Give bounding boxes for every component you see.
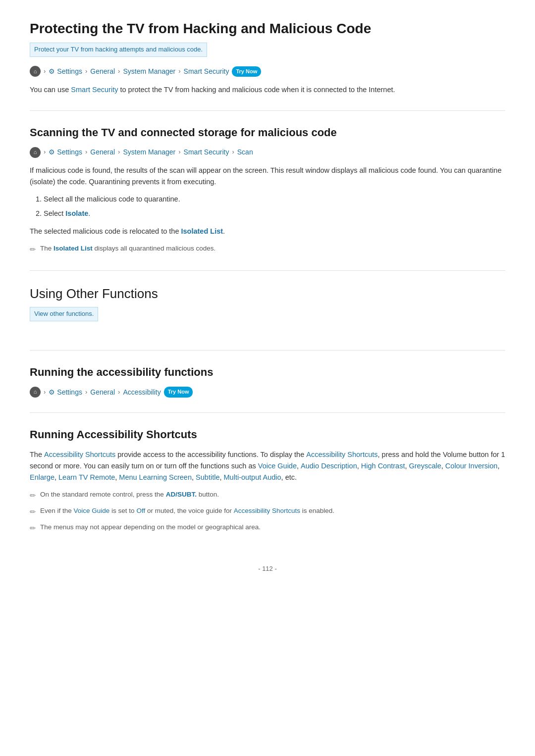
- subsection-accessibility-shortcuts: Running Accessibility Shortcuts The Acce…: [30, 428, 505, 534]
- sep10: ›: [44, 387, 46, 398]
- note-text: The Isolated List displays all quarantin…: [40, 243, 215, 254]
- acc-shortcuts-link-2[interactable]: Accessibility Shortcuts: [306, 451, 377, 458]
- isolated-list-link-note[interactable]: Isolated List: [54, 245, 93, 252]
- try-now-badge-1[interactable]: Try Now: [232, 66, 261, 77]
- section-scan-title: Scanning the TV and connected storage fo…: [30, 126, 505, 140]
- pencil-icon-3: ✏: [30, 506, 36, 518]
- greyscale-link[interactable]: Greyscale: [409, 462, 441, 470]
- scan-step-2: Select Isolate.: [44, 208, 505, 219]
- divider-4: [30, 412, 505, 413]
- sep3: ›: [118, 66, 120, 77]
- home-icon-3[interactable]: ⌂: [30, 387, 41, 398]
- breadcrumb-system-manager[interactable]: System Manager: [123, 66, 175, 77]
- sep6: ›: [85, 147, 87, 157]
- acc-shortcuts-link-1[interactable]: Accessibility Shortcuts: [44, 451, 115, 458]
- section-scanning: Scanning the TV and connected storage fo…: [30, 126, 505, 255]
- breadcrumb-settings-2[interactable]: ⚙ Settings: [49, 147, 82, 157]
- home-icon-2[interactable]: ⌂: [30, 147, 41, 158]
- breadcrumb-smart-security-item[interactable]: Smart Security: [184, 66, 229, 77]
- enlarge-link[interactable]: Enlarge: [30, 473, 54, 481]
- intro-paragraph: You can use Smart Security to protect th…: [30, 84, 505, 96]
- accessibility-shortcuts-title: Running Accessibility Shortcuts: [30, 428, 505, 442]
- isolated-list-link-text[interactable]: Isolated List: [181, 227, 223, 235]
- page-number: - 112 -: [30, 564, 505, 574]
- breadcrumb-scan: ⌂ › ⚙ Settings › General › System Manage…: [30, 147, 505, 157]
- breadcrumb-accessibility-item[interactable]: Accessibility: [123, 387, 160, 398]
- smart-security-link-intro[interactable]: Smart Security: [71, 86, 118, 94]
- colour-inversion-link[interactable]: Colour Inversion: [445, 462, 498, 470]
- subtitle-highlight-box: Protect your TV from hacking attempts an…: [30, 43, 207, 57]
- pencil-icon-4: ✏: [30, 522, 36, 534]
- breadcrumb-general-2[interactable]: General: [90, 147, 115, 157]
- sep7: ›: [118, 147, 120, 157]
- note-voice-guide: ✏ Even if the Voice Guide is set to Off …: [30, 505, 505, 518]
- breadcrumb-scan[interactable]: Scan: [237, 147, 253, 157]
- sep12: ›: [118, 387, 120, 398]
- sep11: ›: [85, 387, 87, 398]
- breadcrumb-general[interactable]: General: [90, 66, 115, 77]
- sep5: ›: [44, 147, 46, 157]
- breadcrumb-settings[interactable]: ⚙ Settings: [49, 66, 82, 77]
- breadcrumb-general-3[interactable]: General: [90, 387, 115, 398]
- breadcrumb-accessibility: ⌂ › ⚙ Settings › General › Accessibility…: [30, 387, 505, 398]
- adsubt-link[interactable]: AD/SUBT.: [166, 491, 197, 498]
- scan-steps-list: Select all the malicious code to quarant…: [30, 194, 505, 219]
- gear-icon-2: ⚙: [49, 147, 55, 157]
- after-steps-text: The selected malicious code is relocated…: [30, 226, 505, 237]
- pencil-icon-2: ✏: [30, 490, 36, 502]
- accessibility-shortcuts-paragraph: The Accessibility Shortcuts provide acce…: [30, 449, 505, 484]
- multi-output-link[interactable]: Multi-output Audio: [224, 473, 281, 481]
- other-functions-highlight: View other functions.: [30, 307, 98, 321]
- divider-3: [30, 350, 505, 351]
- sep8: ›: [178, 147, 180, 157]
- isolate-link[interactable]: Isolate: [65, 209, 88, 217]
- sep9: ›: [232, 147, 234, 157]
- gear-icon: ⚙: [49, 66, 55, 77]
- home-icon[interactable]: ⌂: [30, 66, 41, 77]
- acc-shortcuts-link-3[interactable]: Accessibility Shortcuts: [234, 507, 300, 514]
- audio-desc-link[interactable]: Audio Description: [301, 462, 357, 470]
- other-functions-title: Using Other Functions: [30, 286, 505, 302]
- scan-description: If malicious code is found, the results …: [30, 165, 505, 188]
- sep4: ›: [178, 66, 180, 77]
- note-adsubt: ✏ On the standard remote control, press …: [30, 489, 505, 502]
- voice-guide-link-2[interactable]: Voice Guide: [74, 507, 110, 514]
- intro-rest: to protect the TV from hacking and malic…: [120, 86, 395, 94]
- learn-tv-remote-link[interactable]: Learn TV Remote: [58, 473, 115, 481]
- high-contrast-link[interactable]: High Contrast: [361, 462, 405, 470]
- page-section-main: Protecting the TV from Hacking and Malic…: [30, 20, 505, 534]
- note-voice-guide-text: Even if the Voice Guide is set to Off or…: [40, 505, 334, 516]
- gear-icon-3: ⚙: [49, 387, 55, 398]
- menu-learning-link[interactable]: Menu Learning Screen: [119, 473, 192, 481]
- breadcrumb-smart-security: ⌂ › ⚙ Settings › General › System Manage…: [30, 66, 505, 77]
- scan-note: ✏ The Isolated List displays all quarant…: [30, 243, 505, 255]
- page-title: Protecting the TV from Hacking and Malic…: [30, 20, 505, 38]
- note-adsubt-text: On the standard remote control, press th…: [40, 489, 219, 500]
- breadcrumb-settings-3[interactable]: ⚙ Settings: [49, 387, 82, 398]
- sep2: ›: [85, 66, 87, 77]
- note-menus: ✏ The menus may not appear depending on …: [30, 522, 505, 534]
- subsection-accessibility: Running the accessibility functions ⌂ › …: [30, 365, 505, 398]
- divider-2: [30, 270, 505, 271]
- intro-text: You can use: [30, 86, 69, 94]
- subtitle-link[interactable]: Subtitle: [196, 473, 219, 481]
- off-link[interactable]: Off: [136, 507, 145, 514]
- sep1: ›: [44, 66, 46, 77]
- note-menus-text: The menus may not appear depending on th…: [40, 522, 261, 533]
- pencil-icon-1: ✏: [30, 244, 36, 255]
- scan-step-1: Select all the malicious code to quarant…: [44, 194, 505, 205]
- breadcrumb-system-manager-2[interactable]: System Manager: [123, 147, 175, 157]
- voice-guide-link[interactable]: Voice Guide: [258, 462, 297, 470]
- section-other-functions: Using Other Functions View other functio…: [30, 286, 505, 535]
- divider-1: [30, 110, 505, 111]
- breadcrumb-smart-security-2[interactable]: Smart Security: [184, 147, 229, 157]
- accessibility-title: Running the accessibility functions: [30, 365, 505, 380]
- try-now-badge-2[interactable]: Try Now: [164, 387, 193, 398]
